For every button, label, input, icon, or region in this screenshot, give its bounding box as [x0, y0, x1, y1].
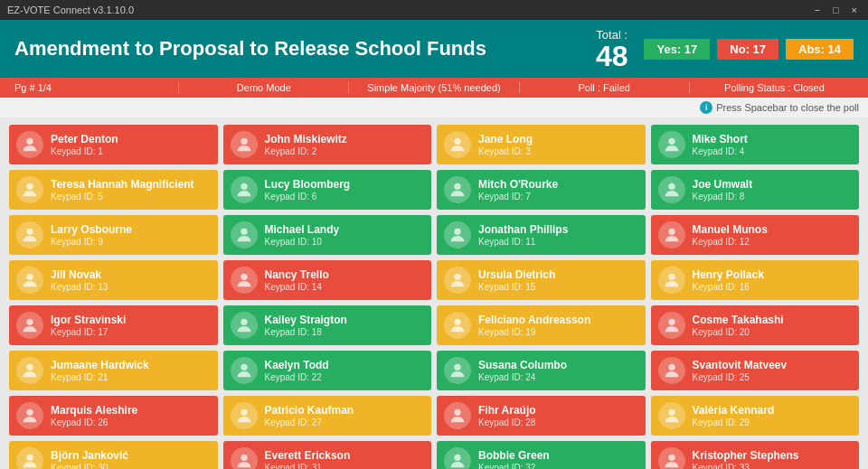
svg-point-12	[26, 274, 33, 280]
avatar	[444, 357, 471, 384]
svg-point-3	[668, 138, 675, 145]
avatar	[16, 357, 43, 384]
minimize-button[interactable]: −	[810, 5, 823, 15]
close-button[interactable]: ×	[848, 5, 861, 15]
member-keypad: Keypad ID: 2	[265, 146, 425, 156]
member-keypad: Keypad ID: 4	[693, 146, 853, 156]
member-card: Marquis AleshireKeypad ID: 26	[9, 396, 218, 436]
avatar	[658, 176, 685, 203]
member-keypad: Keypad ID: 10	[265, 237, 425, 247]
svg-point-30	[454, 455, 460, 461]
member-keypad: Keypad ID: 28	[478, 417, 638, 427]
member-keypad: Keypad ID: 26	[51, 417, 211, 427]
svg-point-18	[454, 319, 460, 325]
member-keypad: Keypad ID: 25	[693, 372, 853, 382]
member-card: Jill NovakKeypad ID: 13	[9, 260, 218, 300]
svg-point-28	[26, 455, 33, 461]
member-name: Joe Umwalt	[693, 178, 853, 191]
member-card: Kristopher StephensKeypad ID: 33	[651, 441, 860, 469]
member-name: Patricio Kaufman	[265, 404, 425, 417]
svg-point-19	[668, 319, 675, 325]
member-keypad: Keypad ID: 33	[693, 463, 853, 469]
member-name: Nancy Trello	[265, 268, 425, 281]
member-card: Jonathan PhillipsKeypad ID: 11	[437, 215, 646, 255]
avatar	[231, 447, 258, 469]
member-keypad: Keypad ID: 14	[265, 282, 425, 292]
member-name: Jumaane Hardwick	[51, 359, 211, 371]
avatar	[658, 267, 685, 294]
member-keypad: Keypad ID: 18	[265, 327, 425, 337]
svg-point-14	[454, 274, 460, 280]
avatar	[444, 402, 471, 429]
member-name: Teresa Hannah Magnificient	[51, 178, 211, 191]
app-title: EZ-VOTE Connect v3.1.10.0	[7, 5, 134, 15]
member-name: Fihr Araújo	[478, 404, 638, 417]
member-keypad: Keypad ID: 17	[51, 327, 211, 337]
window-controls[interactable]: − □ ×	[810, 5, 861, 15]
member-name: Kailey Straigton	[265, 314, 425, 326]
avatar	[16, 312, 43, 339]
infobar: i Press Spacebar to close the poll	[0, 98, 868, 117]
member-card: Mike ShortKeypad ID: 4	[651, 125, 860, 164]
member-card: Michael LandyKeypad ID: 10	[223, 215, 432, 255]
member-keypad: Keypad ID: 6	[265, 192, 425, 202]
avatar	[658, 357, 685, 384]
avatar	[444, 447, 471, 469]
member-card: Larry OsbourneKeypad ID: 9	[9, 215, 218, 255]
member-keypad: Keypad ID: 30	[51, 463, 211, 469]
statusbar: Pg # 1/4 Demo Mode Simple Majority (51% …	[0, 78, 868, 98]
member-keypad: Keypad ID: 22	[265, 372, 425, 382]
member-keypad: Keypad ID: 3	[478, 146, 638, 156]
member-name: Lucy Bloomberg	[265, 178, 425, 191]
member-keypad: Keypad ID: 20	[693, 327, 853, 337]
svg-point-27	[668, 409, 675, 416]
member-card: Teresa Hannah MagnificientKeypad ID: 5	[9, 170, 218, 210]
member-card: Jumaane HardwickKeypad ID: 21	[9, 351, 218, 390]
svg-point-20	[26, 364, 33, 371]
member-card: Bobbie GreenKeypad ID: 32	[437, 441, 646, 469]
svg-point-16	[26, 319, 33, 325]
member-name: Jill Novak	[51, 268, 211, 281]
avatar	[444, 312, 471, 339]
avatar	[444, 131, 471, 158]
member-card: Fihr AraújoKeypad ID: 28	[437, 396, 646, 436]
member-name: Everett Erickson	[265, 449, 425, 462]
avatar	[444, 176, 471, 203]
polling-status: Polling Status : Closed	[690, 82, 859, 93]
member-name: Kaelyn Todd	[265, 359, 425, 371]
no-count: No: 17	[717, 39, 778, 60]
members-grid: Peter DentonKeypad ID: 1 John Miskiewitz…	[0, 117, 868, 469]
svg-point-1	[241, 138, 247, 145]
vote-summary: Total : 48 Yes: 17 No: 17 Abs: 14	[587, 24, 854, 74]
member-keypad: Keypad ID: 19	[478, 327, 638, 337]
svg-point-8	[26, 229, 33, 235]
member-card: Peter DentonKeypad ID: 1	[9, 125, 218, 164]
avatar	[444, 267, 471, 294]
svg-point-13	[241, 274, 247, 280]
avatar	[231, 221, 258, 249]
avatar	[16, 267, 43, 294]
info-message: Press Spacebar to close the poll	[716, 102, 859, 113]
svg-point-11	[668, 229, 675, 235]
member-card: Svantovit MatveevKeypad ID: 25	[651, 351, 860, 390]
avatar	[658, 447, 685, 469]
member-keypad: Keypad ID: 11	[478, 237, 638, 247]
member-keypad: Keypad ID: 32	[478, 463, 638, 469]
member-name: Jane Long	[478, 133, 638, 145]
svg-point-29	[241, 455, 247, 461]
svg-point-22	[454, 364, 460, 371]
maximize-button[interactable]: □	[829, 5, 843, 15]
member-card: Feliciano AndreassonKeypad ID: 19	[437, 305, 646, 345]
member-card: Igor StravinskiKeypad ID: 17	[9, 305, 218, 345]
member-card: Joe UmwaltKeypad ID: 8	[651, 170, 860, 210]
member-name: Peter Denton	[51, 133, 211, 145]
svg-point-7	[668, 183, 675, 190]
avatar	[16, 131, 43, 158]
member-name: Susana Columbo	[478, 359, 638, 371]
member-card: John MiskiewitzKeypad ID: 2	[223, 125, 432, 164]
avatar	[231, 176, 258, 203]
member-name: Manuel Munos	[693, 223, 853, 236]
member-card: Ursula DietrichKeypad ID: 15	[437, 260, 646, 300]
svg-point-10	[454, 229, 460, 235]
member-keypad: Keypad ID: 29	[693, 417, 853, 427]
